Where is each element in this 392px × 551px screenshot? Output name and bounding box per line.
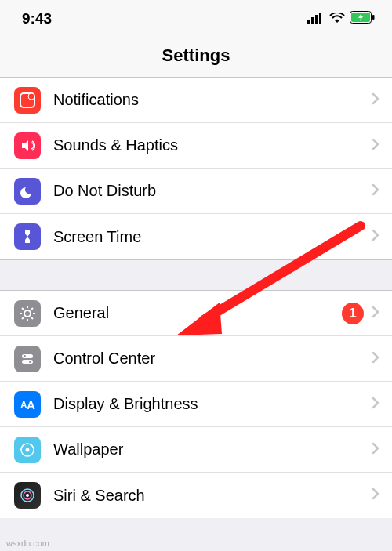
svg-point-25: [26, 448, 30, 451]
chevron-right-icon: [364, 92, 392, 108]
chevron-right-icon: [364, 488, 392, 503]
settings-group-2: General 1 Control Center AA Display & Br…: [0, 291, 392, 518]
svg-point-19: [24, 355, 26, 357]
row-control-center[interactable]: Control Center: [0, 336, 392, 382]
row-label: Siri & Search: [53, 487, 364, 505]
siri-icon: [14, 482, 41, 509]
notifications-icon: [14, 87, 41, 114]
chevron-right-icon: [364, 306, 392, 321]
watermark: wsxdn.com: [6, 538, 49, 548]
svg-rect-3: [319, 13, 321, 24]
row-wallpaper[interactable]: Wallpaper: [0, 427, 392, 473]
svg-point-9: [24, 310, 31, 317]
row-label: Screen Time: [53, 228, 364, 246]
svg-rect-0: [307, 20, 310, 24]
svg-rect-6: [372, 15, 375, 20]
row-label: General: [53, 304, 342, 322]
row-label: Notifications: [53, 91, 364, 109]
page-title: Settings: [0, 45, 392, 66]
badge-count: 1: [342, 303, 364, 324]
chevron-right-icon: [364, 442, 392, 458]
chevron-right-icon: [364, 229, 392, 245]
status-bar: 9:43: [0, 0, 392, 38]
svg-line-14: [22, 308, 24, 310]
row-label: Control Center: [53, 350, 364, 368]
display-icon: AA: [14, 391, 41, 418]
chevron-right-icon: [364, 138, 392, 154]
row-label: Display & Brightness: [53, 395, 364, 413]
row-display[interactable]: AA Display & Brightness: [0, 382, 392, 427]
wallpaper-icon: [14, 437, 41, 463]
dnd-icon: [14, 178, 41, 205]
row-label: Do Not Disturb: [53, 182, 364, 200]
status-right: [307, 10, 375, 27]
svg-point-8: [28, 93, 34, 100]
general-icon: [14, 300, 41, 327]
battery-icon: [350, 10, 375, 27]
row-notifications[interactable]: Notifications: [0, 78, 392, 123]
row-general[interactable]: General 1: [0, 291, 392, 336]
row-dnd[interactable]: Do Not Disturb: [0, 169, 392, 214]
row-label: Wallpaper: [53, 440, 364, 459]
chevron-right-icon: [364, 183, 392, 199]
svg-rect-1: [311, 17, 314, 24]
chevron-right-icon: [364, 351, 392, 367]
row-screen-time[interactable]: Screen Time: [0, 214, 392, 259]
status-time: 9:43: [22, 10, 52, 27]
chevron-right-icon: [364, 397, 392, 412]
row-siri[interactable]: Siri & Search: [0, 473, 392, 518]
section-gap: [0, 259, 392, 291]
nav-bar: Settings: [0, 38, 392, 78]
row-sounds[interactable]: Sounds & Haptics: [0, 123, 392, 169]
svg-rect-2: [315, 15, 318, 24]
svg-line-17: [31, 308, 33, 310]
svg-text:A: A: [27, 398, 35, 411]
settings-group-1: Notifications Sounds & Haptics Do Not Di…: [0, 78, 392, 259]
screen-time-icon: [14, 223, 41, 250]
cellular-icon: [307, 10, 325, 27]
wifi-icon: [329, 10, 345, 27]
svg-line-16: [22, 317, 24, 319]
svg-point-21: [29, 361, 31, 363]
sounds-icon: [14, 132, 41, 159]
svg-line-15: [31, 317, 33, 319]
svg-point-28: [26, 494, 29, 497]
row-label: Sounds & Haptics: [53, 136, 364, 154]
control-center-icon: [14, 346, 41, 372]
